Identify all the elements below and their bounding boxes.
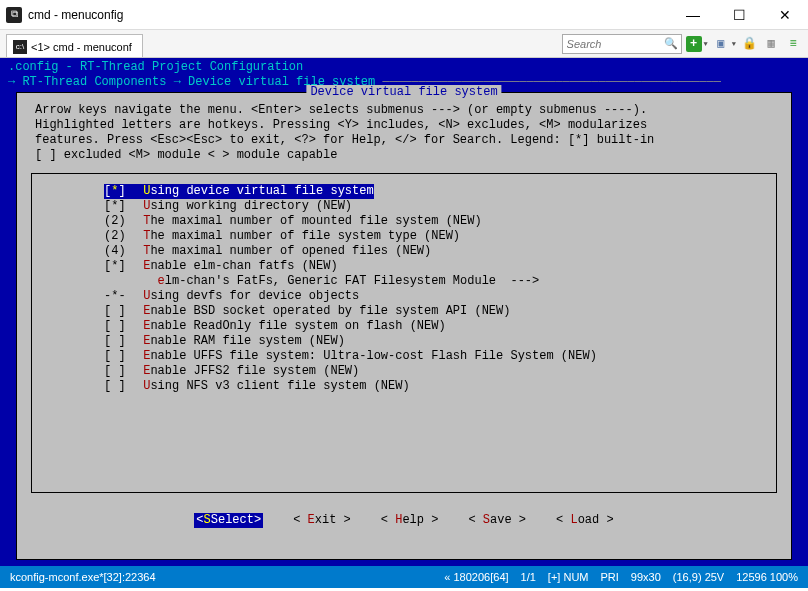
- minimize-button[interactable]: —: [670, 0, 716, 30]
- select-button[interactable]: <SSelect>: [194, 513, 263, 528]
- menu-box: Device virtual file system Arrow keys na…: [16, 92, 792, 560]
- app-icon: ⧉: [6, 7, 22, 23]
- new-tab-button[interactable]: +: [686, 36, 702, 52]
- menu-item[interactable]: [ ] Enable ReadOnly file system on flash…: [32, 319, 776, 334]
- status-item: PRI: [601, 571, 619, 583]
- toolbar-windows-icon[interactable]: ▣: [712, 35, 730, 53]
- maximize-button[interactable]: ☐: [716, 0, 762, 30]
- menu-item[interactable]: [*] Using working directory (NEW): [32, 199, 776, 214]
- menu-title: Device virtual file system: [306, 85, 501, 100]
- menu-item[interactable]: elm-chan's FatFs, Generic FAT Filesystem…: [32, 274, 776, 289]
- tab-cmd[interactable]: c:\ <1> cmd - menuconf: [6, 34, 143, 57]
- tab-label: <1> cmd - menuconf: [31, 41, 132, 53]
- exit-button[interactable]: < Exit >: [293, 513, 351, 528]
- status-bar: kconfig-mconf.exe*[32]:22364 « 180206[64…: [0, 566, 808, 588]
- status-right: « 180206[64]1/1[+] NUMPRI99x30(16,9) 25V…: [444, 571, 798, 583]
- close-button[interactable]: ✕: [762, 0, 808, 30]
- status-item: 99x30: [631, 571, 661, 583]
- menu-item[interactable]: -*- Using devfs for device objects: [32, 289, 776, 304]
- status-item: (16,9) 25V: [673, 571, 724, 583]
- search-wrap: 🔍: [562, 34, 682, 54]
- menu-item[interactable]: [ ] Enable BSD socket operated by file s…: [32, 304, 776, 319]
- console-icon: c:\: [13, 40, 27, 54]
- menu-list: [*] Using device virtual file system[*] …: [31, 173, 777, 493]
- search-icon[interactable]: 🔍: [664, 37, 678, 50]
- window-titlebar: ⧉ cmd - menuconfig — ☐ ✕: [0, 0, 808, 30]
- status-item: 1/1: [521, 571, 536, 583]
- menu-item[interactable]: [ ] Enable JFFS2 file system (NEW): [32, 364, 776, 379]
- tab-bar: c:\ <1> cmd - menuconf 🔍 + ▼ ▣ ▼ 🔒 ▦ ≡: [0, 30, 808, 58]
- menu-icon[interactable]: ≡: [784, 35, 802, 53]
- grid-icon[interactable]: ▦: [762, 35, 780, 53]
- help-button[interactable]: < Help >: [381, 513, 439, 528]
- status-item: [+] NUM: [548, 571, 589, 583]
- lock-icon[interactable]: 🔒: [740, 35, 758, 53]
- status-left: kconfig-mconf.exe*[32]:22364: [10, 571, 444, 583]
- terminal-area: .config - RT-Thread Project Configuratio…: [0, 58, 808, 566]
- menu-item[interactable]: (4) The maximal number of opened files (…: [32, 244, 776, 259]
- window-title: cmd - menuconfig: [28, 8, 670, 22]
- menu-item[interactable]: [ ] Using NFS v3 client file system (NEW…: [32, 379, 776, 394]
- new-tab-dropdown[interactable]: ▼: [704, 40, 708, 48]
- status-item: 12596 100%: [736, 571, 798, 583]
- button-row: <SSelect> < Exit > < Help > < Save > < L…: [17, 513, 791, 528]
- menu-item[interactable]: (2) The maximal number of mounted file s…: [32, 214, 776, 229]
- status-item: « 180206[64]: [444, 571, 508, 583]
- menu-item[interactable]: [ ] Enable UFFS file system: Ultra-low-c…: [32, 349, 776, 364]
- load-button[interactable]: < Load >: [556, 513, 614, 528]
- menu-item[interactable]: (2) The maximal number of file system ty…: [32, 229, 776, 244]
- toolbar-dropdown[interactable]: ▼: [732, 40, 736, 48]
- save-button[interactable]: < Save >: [468, 513, 526, 528]
- menu-item[interactable]: [*] Enable elm-chan fatfs (NEW): [32, 259, 776, 274]
- config-header: .config - RT-Thread Project Configuratio…: [0, 58, 808, 75]
- help-text: Arrow keys navigate the menu. <Enter> se…: [17, 93, 791, 167]
- menu-item[interactable]: [ ] Enable RAM file system (NEW): [32, 334, 776, 349]
- menu-item[interactable]: [*] Using device virtual file system: [104, 184, 374, 199]
